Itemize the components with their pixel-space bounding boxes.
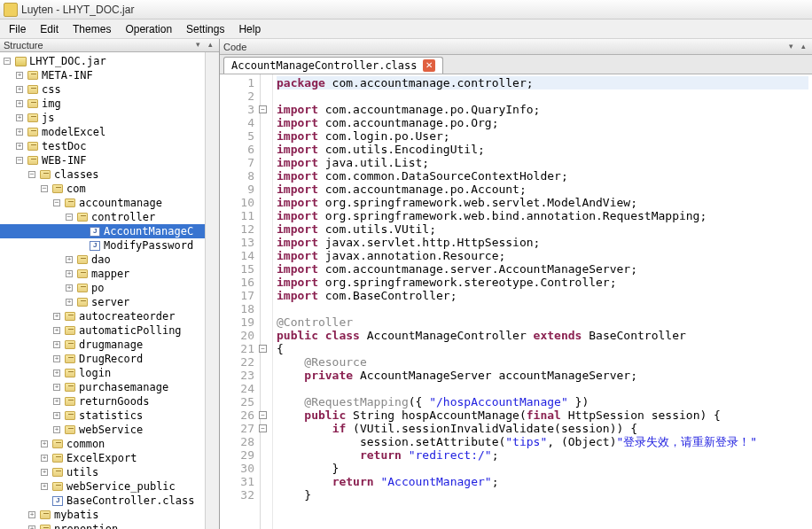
menu-edit[interactable]: Edit [33,21,66,37]
code-line[interactable]: import com.BaseController; [277,289,808,302]
code-line[interactable]: import com.accountmanage.po.Account; [277,183,808,196]
menu-themes[interactable]: Themes [66,21,118,37]
tree-node[interactable]: +ExcelExport [0,451,205,465]
tree-node[interactable]: +js [0,111,205,125]
code-line[interactable]: import com.accountmanage.server.AccountM… [277,262,808,276]
code-line[interactable]: import com.accountmanage.po.Org; [277,116,808,129]
code-line[interactable]: @Resource [277,355,808,369]
menu-operation[interactable]: Operation [118,21,179,37]
panel-close-icon[interactable]: ▴ [205,40,215,51]
code-line[interactable]: import org.springframework.web.bind.anno… [277,209,808,222]
code-line[interactable]: return "AccountManager"; [277,475,808,488]
code-line[interactable]: import javax.servlet.http.HttpSession; [277,236,808,249]
code-line[interactable]: import java.util.List; [277,156,808,169]
expand-icon[interactable]: + [14,84,25,95]
tree-node[interactable]: ModifyPassword [0,238,205,253]
expand-icon[interactable]: + [51,396,62,407]
fold-icon[interactable]: − [259,345,267,353]
expand-icon[interactable]: + [51,424,62,435]
tree-node[interactable]: +DrugRecord [0,352,205,366]
tree-node[interactable]: +po [0,281,205,295]
editor-tab[interactable]: AccountManageController.class ✕ [223,57,443,74]
expand-icon[interactable]: + [14,113,25,123]
code-line[interactable]: import com.utils.VUtil; [277,222,808,236]
expand-icon[interactable]: + [64,268,74,279]
tree-node[interactable]: +statistics [0,408,205,423]
close-icon[interactable]: ✕ [423,59,435,72]
tree-node[interactable]: +autocreateorder [0,309,205,323]
code-line[interactable]: session.setAttribute("tips", (Object)"登录… [277,435,808,448]
tree-node[interactable]: +css [0,82,205,97]
tree-node[interactable]: −com [0,182,205,196]
code-line[interactable]: public class AccountManageController ext… [277,329,808,342]
tree-node[interactable]: +login [0,366,205,380]
code-line[interactable] [277,302,808,315]
tree-node[interactable]: +webService_public [0,479,205,494]
tree-node[interactable]: +common [0,437,205,451]
panel-min-icon[interactable]: ▾ [192,40,203,51]
tree-node[interactable]: +webService [0,423,205,437]
fold-icon[interactable]: − [259,411,267,419]
code-line[interactable]: import com.utils.EncodingUtil; [277,143,808,156]
tree-node[interactable]: +dao [0,253,205,267]
code-editor[interactable]: 123−456789101112131415161718192021−22232… [220,74,812,529]
expand-icon[interactable]: + [51,382,62,393]
code-line[interactable]: return "redirect:/"; [277,448,808,462]
fold-column[interactable] [261,74,273,529]
collapse-icon[interactable]: − [2,56,12,66]
collapse-icon[interactable]: − [27,169,37,180]
tree-node[interactable]: −accountmanage [0,196,205,210]
expand-icon[interactable]: + [51,368,62,378]
code-line[interactable]: import org.springframework.web.servlet.M… [277,196,808,209]
collapse-icon[interactable]: − [64,212,74,222]
expand-icon[interactable]: + [39,467,50,478]
code-line[interactable] [277,382,808,395]
collapse-icon[interactable]: − [39,183,50,194]
tree-node[interactable]: +automaticPolling [0,323,205,338]
panel-close-icon[interactable]: ▴ [798,42,808,52]
expand-icon[interactable]: + [14,98,25,109]
expand-icon[interactable]: + [39,453,50,463]
expand-icon[interactable]: + [27,510,37,520]
expand-icon[interactable]: + [51,354,62,364]
tree-node[interactable]: +purchasemanage [0,380,205,394]
tree-scrollbar[interactable] [205,52,219,529]
tree-node[interactable]: −classes [0,167,205,182]
tree-node[interactable]: +mapper [0,267,205,281]
expand-icon[interactable]: + [64,254,74,265]
tree-node[interactable]: +server [0,295,205,309]
tree-node[interactable]: −LHYT_DOC.jar [0,54,205,68]
menu-help[interactable]: Help [231,21,268,37]
code-line[interactable] [277,89,808,103]
tree-node[interactable]: +img [0,97,205,111]
code-line[interactable]: import com.accountmanage.po.QuaryInfo; [277,103,808,116]
code-line[interactable]: import javax.annotation.Resource; [277,249,808,262]
expand-icon[interactable]: + [14,127,25,137]
code-line[interactable]: package com.accountmanage.controller; [277,76,808,89]
expand-icon[interactable]: + [64,297,74,307]
tree-node[interactable]: +utils [0,465,205,479]
expand-icon[interactable]: + [14,70,25,81]
code-line[interactable]: } [277,488,808,502]
expand-icon[interactable]: + [51,410,62,421]
tree-node[interactable]: −WEB-INF [0,153,205,167]
tree-node[interactable]: +nronontion [0,522,205,529]
panel-min-icon[interactable]: ▾ [785,42,796,52]
code-line[interactable]: } [277,462,808,475]
code-line[interactable]: import com.common.DataSourceContextHolde… [277,169,808,183]
tree-node[interactable]: AccountManageC [0,224,205,238]
tree-node[interactable]: +mybatis [0,508,205,522]
structure-tree[interactable]: −LHYT_DOC.jar+META-INF+css+img+js+modelE… [0,52,205,529]
code-line[interactable]: @Controller [277,315,808,329]
expand-icon[interactable]: + [51,339,62,350]
expand-icon[interactable]: + [39,481,50,492]
expand-icon[interactable]: + [51,311,62,322]
code-line[interactable]: import com.login.po.User; [277,129,808,143]
expand-icon[interactable]: + [27,524,37,529]
tree-node[interactable]: BaseController.class [0,494,205,508]
code-line[interactable]: private AccountManageServer accountManag… [277,369,808,382]
menu-settings[interactable]: Settings [179,21,231,37]
code-line[interactable]: import org.springframework.stereotype.Co… [277,276,808,289]
expand-icon[interactable]: + [39,439,50,449]
source-text[interactable]: package com.accountmanage.controller;imp… [273,74,812,529]
